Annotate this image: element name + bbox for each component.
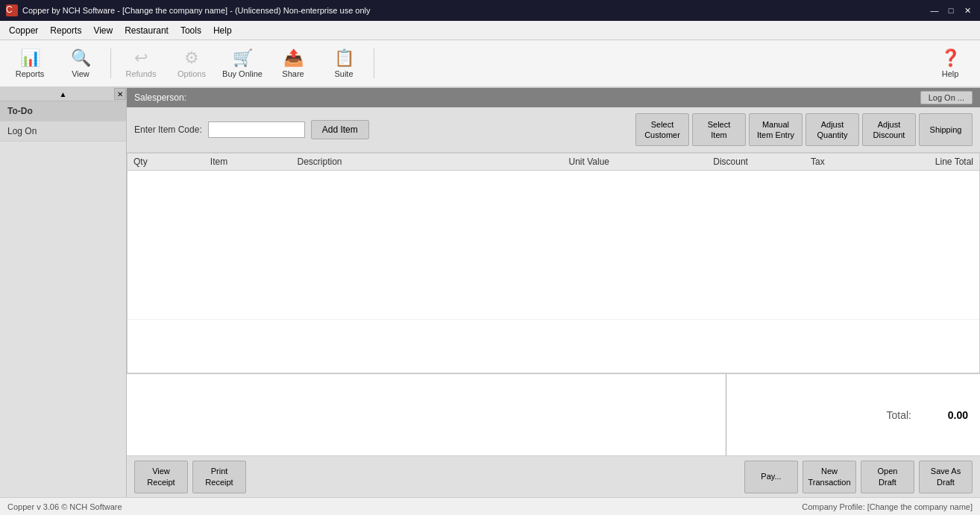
menu-help[interactable]: Help	[207, 23, 238, 38]
options-label: Options	[178, 69, 206, 78]
items-table: Qty Item Description Unit Value Discount…	[128, 154, 979, 320]
help-toolbar-button[interactable]: ❓ Help	[926, 42, 974, 84]
open-draft-button[interactable]: Open Draft	[861, 461, 914, 493]
title-bar: C Copper by NCH Software - [Change the c…	[0, 0, 980, 21]
footer-right-buttons: Pay... New Transaction Open Draft Save A…	[744, 461, 973, 493]
col-item: Item	[204, 154, 292, 171]
view-toolbar-button[interactable]: 🔍 View	[57, 42, 104, 84]
window-controls: — □ ✕	[928, 4, 974, 17]
log-on-button[interactable]: Log On ...	[920, 91, 973, 104]
sidebar-item-todo[interactable]: To-Do	[0, 101, 126, 121]
select-customer-button[interactable]: Select Customer	[635, 113, 689, 146]
reports-toolbar-button[interactable]: 📊 Reports	[6, 42, 54, 84]
col-discount: Discount	[615, 154, 754, 171]
window-title: Copper by NCH Software - [Change the com…	[22, 6, 928, 15]
save-as-draft-button[interactable]: Save As Draft	[919, 461, 973, 493]
status-right: Company Profile: [Change the company nam…	[802, 502, 973, 511]
maximize-button[interactable]: □	[944, 4, 958, 17]
reports-icon: 📊	[20, 48, 40, 68]
options-toolbar-button[interactable]: ⚙ Options	[168, 42, 216, 84]
manual-item-entry-button[interactable]: Manual Item Entry	[749, 113, 802, 146]
adjust-discount-button[interactable]: Adjust Discount	[862, 113, 916, 146]
buy-online-toolbar-button[interactable]: 🛒 Buy Online	[219, 42, 266, 84]
col-unit-value: Unit Value	[459, 154, 615, 171]
total-label: Total:	[887, 409, 911, 421]
suite-toolbar-button[interactable]: 📋 Suite	[320, 42, 368, 84]
col-qty: Qty	[128, 154, 204, 171]
menu-tools[interactable]: Tools	[175, 23, 207, 38]
menu-reports[interactable]: Reports	[44, 23, 87, 38]
sidebar-close-button[interactable]: ✕	[114, 88, 126, 100]
buy-online-label: Buy Online	[222, 69, 263, 78]
print-receipt-button[interactable]: Print Receipt	[192, 461, 246, 493]
sidebar-scroll-up[interactable]: ▲	[0, 88, 126, 101]
reports-label: Reports	[16, 69, 45, 78]
minimize-button[interactable]: —	[928, 4, 941, 17]
menu-copper[interactable]: Copper	[3, 23, 44, 38]
footer-buttons-area: View Receipt Print Receipt Pay... New Tr…	[127, 455, 980, 497]
close-button[interactable]: ✕	[961, 4, 974, 17]
app-icon: C	[6, 4, 18, 16]
content-area: Salesperson: Log On ... Enter Item Code:…	[127, 88, 980, 497]
table-header-row: Qty Item Description Unit Value Discount…	[128, 154, 979, 171]
suite-label: Suite	[334, 69, 353, 78]
status-bar: Copper v 3.06 © NCH Software Company Pro…	[0, 497, 980, 515]
bottom-area: Total: 0.00	[127, 373, 980, 455]
toolbar: 📊 Reports 🔍 View ↩ Refunds ⚙ Options 🛒 B…	[0, 40, 980, 88]
salesperson-label: Salesperson:	[134, 92, 186, 103]
items-table-body	[128, 171, 979, 320]
toolbar-separator-2	[374, 48, 374, 78]
share-icon: 📤	[283, 48, 304, 68]
main-area: ▲ ✕ To-Do Log On Salesperson: Log On ...…	[0, 88, 980, 497]
item-code-input[interactable]	[208, 121, 305, 138]
total-value: 0.00	[923, 409, 968, 421]
total-line: Total: 0.00	[887, 409, 968, 421]
notes-area[interactable]	[127, 374, 726, 455]
salesperson-bar: Salesperson: Log On ...	[127, 88, 980, 107]
options-icon: ⚙	[184, 48, 199, 68]
sidebar: ▲ ✕ To-Do Log On	[0, 88, 127, 497]
suite-icon: 📋	[334, 48, 354, 68]
col-tax: Tax	[754, 154, 831, 171]
menu-restaurant[interactable]: Restaurant	[119, 23, 175, 38]
status-left: Copper v 3.06 © NCH Software	[7, 502, 122, 511]
menu-view[interactable]: View	[87, 23, 119, 38]
refunds-icon: ↩	[134, 48, 148, 68]
empty-row	[128, 171, 979, 320]
item-entry-area: Enter Item Code: Add Item Select Custome…	[127, 107, 980, 153]
menu-bar: Copper Reports View Restaurant Tools Hel…	[0, 21, 980, 40]
refunds-label: Refunds	[126, 69, 157, 78]
action-buttons-area: Select Customer Select Item Manual Item …	[635, 113, 973, 146]
toolbar-separator-1	[110, 48, 111, 78]
share-toolbar-button[interactable]: 📤 Share	[269, 42, 317, 84]
item-code-label: Enter Item Code:	[134, 124, 202, 135]
shipping-button[interactable]: Shipping	[919, 113, 973, 146]
totals-area: Total: 0.00	[726, 374, 980, 455]
view-icon: 🔍	[71, 48, 91, 68]
view-receipt-button[interactable]: View Receipt	[134, 461, 188, 493]
col-line-total: Line Total	[831, 154, 979, 171]
sidebar-item-logon[interactable]: Log On	[0, 121, 126, 142]
new-transaction-button[interactable]: New Transaction	[802, 461, 856, 493]
refunds-toolbar-button[interactable]: ↩ Refunds	[117, 42, 165, 84]
add-item-button[interactable]: Add Item	[311, 120, 369, 139]
adjust-quantity-button[interactable]: Adjust Quantity	[805, 113, 859, 146]
buy-online-icon: 🛒	[233, 48, 253, 68]
help-icon: ❓	[940, 48, 961, 68]
share-label: Share	[282, 69, 304, 78]
view-label: View	[72, 69, 89, 78]
select-item-button[interactable]: Select Item	[692, 113, 746, 146]
pay-button[interactable]: Pay...	[744, 461, 798, 493]
items-table-area: Qty Item Description Unit Value Discount…	[127, 153, 980, 373]
help-label: Help	[942, 69, 959, 78]
col-description: Description	[292, 154, 459, 171]
